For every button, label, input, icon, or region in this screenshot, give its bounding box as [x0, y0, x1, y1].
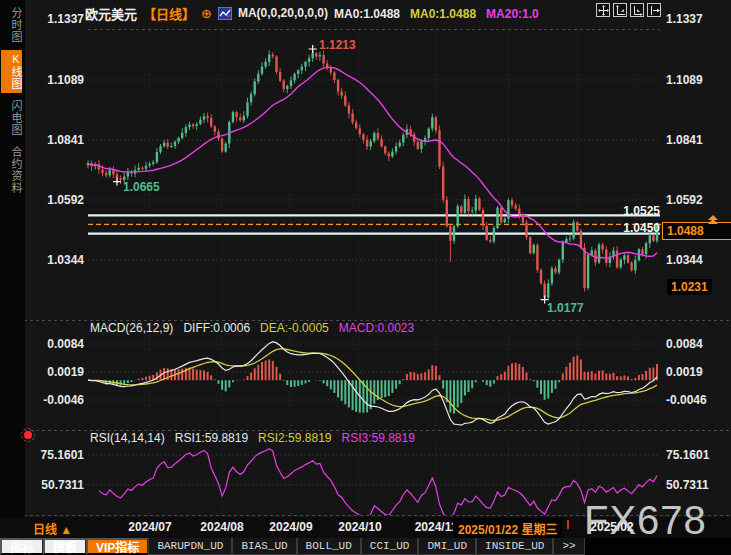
current-price-box[interactable]: 1.0488: [662, 222, 731, 240]
macd-tick-right: 0.0019: [666, 365, 703, 379]
rsi-settings-label: RSI(14,14,14): [90, 431, 165, 445]
price-up-arrow-icon: [708, 215, 718, 223]
expand-icon[interactable]: ⊕: [201, 6, 212, 21]
period-tag[interactable]: 【日线】: [143, 4, 195, 23]
support-level-label: 1.0450: [588, 221, 660, 235]
macd-diff-value: DIFF:0.0006: [183, 321, 250, 335]
symbol-title: 欧元美元: [85, 4, 137, 23]
june-low-annotation: 1.0665: [123, 180, 160, 194]
ma-values: MA0:1.0488MA0:1.0488MA20:1.0: [334, 6, 549, 21]
toolbar-tab-[interactable]: 模板: [43, 538, 86, 555]
alarm-dot-icon[interactable]: [24, 431, 32, 439]
xaxis-date-202409: 2024/09: [269, 520, 312, 534]
toolbar-tab-[interactable]: 指标: [0, 538, 43, 555]
rsi-tick-right: 50.7311: [666, 478, 709, 492]
xaxis-row: 日线 ▲ 2024/072024/082024/092024/102024/11…: [0, 517, 731, 538]
toolbar-tab-dmi_ud[interactable]: DMI_UD: [418, 538, 476, 555]
macd-hist-value: MACD:0.0023: [339, 321, 414, 335]
price-tick-left: 1.0841: [26, 133, 84, 147]
macd-tick-left: -0.0046: [26, 393, 84, 407]
price-tick-right: 1.0592: [666, 193, 703, 207]
toolbar-tab-barupdn_ud[interactable]: BARUPDN_UD: [148, 538, 232, 555]
price-tick-right: 1.0344: [666, 253, 703, 267]
macd-dea-value: DEA:-0.0005: [260, 321, 329, 335]
xaxis-date-202410: 2024/10: [338, 520, 381, 534]
rsi2-value: RSI2:59.8819: [258, 431, 331, 445]
axis-zoom-in-icon[interactable]: [630, 3, 644, 17]
price-tick-left: 1.0592: [26, 193, 84, 207]
rsi1-value: RSI1:59.8819: [175, 431, 248, 445]
toolbar-tab-bias_ud[interactable]: BIAS_UD: [232, 538, 296, 555]
macd-panel-title: MACD(26,12,9)DIFF:0.0006DEA:-0.0005MACD:…: [90, 321, 424, 335]
xaxis-last-date: 2025/02: [590, 520, 633, 534]
axis-zoom-out-icon[interactable]: [613, 3, 627, 17]
rsi3-value: RSI3:59.8819: [342, 431, 415, 445]
rsi-panel-title: RSI(14,14,14)RSI1:59.8819RSI2:59.8819RSI…: [90, 431, 425, 445]
toolbar-tab-vip[interactable]: VIP指标: [86, 538, 148, 555]
xaxis-period-label[interactable]: 日线 ▲: [33, 520, 72, 537]
toolbar-tab->>[interactable]: >>: [553, 538, 584, 555]
ma-settings-label: MA(0,0,20,0,0,0): [238, 6, 328, 20]
sidebar-tab-3[interactable]: 合约资料: [1, 143, 22, 197]
price-tick-right: 1.0841: [666, 133, 703, 147]
high-annotation: 1.1213: [319, 38, 356, 52]
chart-tool-buttons: [596, 3, 661, 17]
toolbar-tab-cci_ud[interactable]: CCI_UD: [361, 538, 419, 555]
sidebar-tab-2[interactable]: 闪电图: [1, 97, 22, 139]
sidebar-tab-0[interactable]: 分时图: [1, 4, 22, 46]
rsi-tick-left: 50.7311: [26, 478, 84, 492]
indicator-toolbar: 指标模板VIP指标BARUPDN_UDBIAS_UDBOLL_UDCCI_UDD…: [0, 538, 731, 555]
xaxis-date-202408: 2024/08: [200, 520, 243, 534]
macd-tick-left: 0.0084: [26, 337, 84, 351]
macd-tick-left: 0.0019: [26, 365, 84, 379]
crosshair-date-box: 2025/01/22 星期三: [453, 518, 562, 539]
crosshair-tick: [567, 520, 569, 529]
chart-canvas[interactable]: [0, 0, 731, 555]
toolbar-tab-boll_ud[interactable]: BOLL_UD: [297, 538, 361, 555]
price-tick-left: 1.0344: [26, 253, 84, 267]
xaxis-date-202411: 2024/11: [415, 520, 458, 534]
xaxis-date-202407: 2024/07: [128, 520, 171, 534]
crosshair-move-icon[interactable]: [596, 3, 610, 17]
lower-price-label: 1.0231: [667, 279, 712, 295]
macd-tick-right: -0.0046: [666, 393, 707, 407]
sidebar: 分时图K线图闪电图合约资料: [0, 0, 25, 517]
rsi-tick-right: 75.1601: [666, 448, 709, 462]
trading-app-window: 分时图K线图闪电图合约资料 欧元美元 【日线】 ⊕ MA(0,0,20,0,0,…: [0, 0, 731, 555]
toolbar-tab-inside_ud[interactable]: INSIDE_UD: [476, 538, 553, 555]
macd-tick-right: 0.0084: [666, 337, 703, 351]
ma-value-2: MA20:1.0: [486, 7, 539, 21]
macd-settings-label: MACD(26,12,9): [90, 321, 173, 335]
sidebar-tab-1[interactable]: K线图: [1, 50, 22, 93]
price-tick-right: 1.1089: [666, 73, 703, 87]
price-tick-left: 1.1089: [26, 73, 84, 87]
resistance-level-label: 1.0525: [588, 204, 660, 218]
ma-value-0: MA0:1.0488: [334, 7, 400, 21]
pan-right-icon[interactable]: [647, 3, 661, 17]
rsi-tick-left: 75.1601: [26, 448, 84, 462]
mini-chart-icon[interactable]: [218, 7, 232, 20]
ma-value-1: MA0:1.0488: [410, 7, 476, 21]
jan-low-annotation: 1.0177: [547, 301, 584, 315]
